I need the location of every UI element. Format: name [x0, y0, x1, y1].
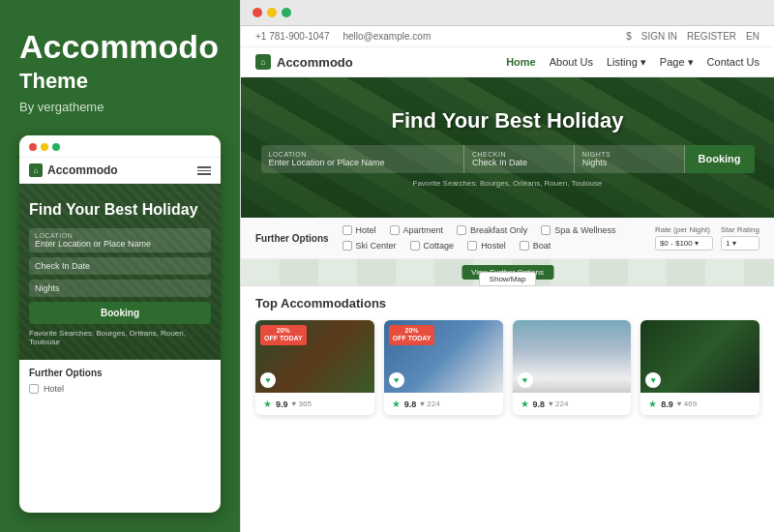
mobile-checkin-input[interactable]: Check In Date [35, 261, 205, 271]
cottage-label: Cottage [424, 241, 455, 251]
mobile-search-location[interactable]: LOCATION Enter Location or Place Name [29, 228, 211, 252]
site-navbar: ⌂ Accommodo Home About Us Listing ▾ Page… [241, 47, 774, 77]
acc-card-img-2: 20%OFF TODAY ♥ [384, 320, 503, 393]
site-logo-text: Accommodo [277, 55, 353, 70]
ham-line [197, 166, 211, 168]
topbar-language[interactable]: EN [746, 31, 759, 42]
mobile-hotel-checkbox[interactable] [29, 384, 39, 394]
hero-fav-places: Bourges, Orléans, Rouen, Toulouse [480, 179, 603, 188]
hero-location-value[interactable]: Enter Location or Place Name [269, 158, 457, 167]
hero-booking-btn[interactable]: Booking [685, 145, 755, 173]
acc-rating-1: ★ 9.9 ♥ 365 [263, 399, 367, 409]
mobile-nights-input[interactable]: Nights [35, 283, 205, 293]
dot-yellow [41, 143, 48, 151]
acc-card-body-4: ★ 8.9 ♥ 469 [640, 393, 759, 415]
apartment-checkbox[interactable] [390, 225, 400, 235]
hostel-checkbox[interactable] [467, 241, 477, 251]
mobile-booking-btn[interactable]: Booking [29, 302, 211, 324]
acc-card-img-4: ♥ [640, 320, 759, 393]
further-options-title: Further Options [255, 233, 329, 244]
acc-reviews-4: ♥ 469 [677, 399, 697, 408]
acc-badge-1: 20%OFF TODAY [260, 325, 307, 345]
nav-page[interactable]: Page ▾ [660, 56, 694, 69]
mobile-hamburger-icon[interactable] [197, 166, 211, 175]
mobile-nav-bar: ⌂ Accommodo [19, 158, 221, 184]
ski-checkbox[interactable] [342, 241, 352, 251]
acc-card-body-3: ★ 9.8 ♥ 224 [513, 393, 632, 415]
acc-heart-3[interactable]: ♥ [518, 372, 533, 388]
nav-home[interactable]: Home [506, 56, 536, 68]
mobile-hero: Find Your Best Holiday LOCATION Enter Lo… [19, 184, 221, 360]
checkbox-spa: Spa & Wellness [541, 225, 615, 235]
hero-location-field[interactable]: LOCATION Enter Location or Place Name [261, 145, 465, 173]
acc-star-3: ★ [521, 399, 529, 409]
star-item: Star Rating 1 ▾ [721, 225, 759, 251]
topbar-register[interactable]: REGISTER [687, 31, 736, 42]
cottage-checkbox[interactable] [410, 241, 420, 251]
hero-nights-field[interactable]: NIGHTS Nights [575, 145, 685, 173]
acc-heart-1[interactable]: ♥ [260, 372, 276, 388]
acc-card-img-3: ♥ [513, 320, 632, 393]
nav-contact[interactable]: Contact Us [707, 56, 759, 68]
acc-card-img-1: 20%OFF TODAY ♥ [255, 320, 374, 393]
topbar-left: +1 781-900-1047 hello@example.com [255, 31, 431, 42]
rate-select[interactable]: $0 - $100 ▾ [655, 236, 713, 251]
mobile-hotel-label: Hotel [44, 384, 64, 394]
topbar-right: $ SIGN IN REGISTER EN [626, 31, 759, 42]
mobile-preview: ⌂ Accommodo Find Your Best Holiday LOCAT… [19, 135, 221, 513]
mobile-options-title: Further Options [29, 368, 211, 378]
mobile-hero-title: Find Your Best Holiday [29, 201, 211, 219]
hero-search-bar: LOCATION Enter Location or Place Name CH… [261, 145, 755, 173]
left-subtitle: Theme [19, 69, 221, 94]
acc-card-body-2: ★ 9.8 ♥ 224 [384, 393, 503, 415]
acc-card-3: ♥ ★ 9.8 ♥ 224 [513, 320, 632, 415]
breakfast-label: Breakfast Only [470, 225, 527, 235]
mobile-checkin[interactable]: Check In Date [29, 257, 211, 275]
mobile-favorite-label: Favorite Searches: [29, 329, 94, 338]
mobile-nights[interactable]: Nights [29, 280, 211, 297]
hero-checkin-value[interactable]: Check In Date [472, 158, 566, 167]
accommodations-title: Top Accommodations [255, 296, 759, 310]
checkbox-breakfast: Breakfast Only [457, 225, 527, 235]
rate-value: $0 - $100 [660, 239, 693, 248]
browser-dot-red [253, 8, 262, 17]
topbar-signin[interactable]: SIGN IN [641, 31, 677, 42]
acc-heart-2[interactable]: ♥ [389, 372, 404, 388]
checkbox-cottage: Cottage [410, 241, 455, 251]
checkbox-boat: Boat [520, 241, 551, 251]
topbar-currency[interactable]: $ [626, 31, 632, 42]
ham-line [197, 173, 211, 175]
acc-star-1: ★ [263, 399, 272, 409]
acc-star-4: ★ [648, 399, 657, 409]
acc-heart-4[interactable]: ♥ [645, 372, 661, 388]
hero-checkin-field[interactable]: CHECKIN Check In Date [464, 145, 575, 173]
breakfast-checkbox[interactable] [457, 225, 466, 235]
hero-content: Find Your Best Holiday LOCATION Enter Lo… [241, 77, 774, 218]
nav-about[interactable]: About Us [550, 56, 593, 68]
acc-rating-4: ★ 8.9 ♥ 469 [648, 399, 752, 409]
mobile-logo-icon: ⌂ [29, 163, 43, 177]
hotel-checkbox[interactable] [342, 225, 352, 235]
boat-checkbox[interactable] [520, 241, 529, 251]
star-select[interactable]: 1 ▾ [721, 236, 759, 251]
mobile-location-input[interactable]: Enter Location or Place Name [35, 239, 205, 249]
ski-label: Ski Center [356, 241, 397, 251]
show-map-btn[interactable]: Show/Map [479, 272, 537, 286]
checkbox-ski: Ski Center [342, 241, 397, 251]
boat-label: Boat [533, 241, 551, 251]
mobile-favorite: Favorite Searches: Bourges, Orléans, Rou… [29, 329, 211, 346]
mobile-checkbox-hotel: Hotel [29, 384, 211, 394]
site-topbar: +1 781-900-1047 hello@example.com $ SIGN… [241, 26, 774, 47]
ham-line [197, 170, 211, 172]
left-panel: Accommodo Theme By vergatheme ⌂ Accommod… [0, 0, 240, 532]
acc-rating-2: ★ 9.8 ♥ 224 [392, 399, 495, 409]
hero-nights-value[interactable]: Nights [582, 158, 676, 167]
dot-red [29, 143, 37, 151]
spa-checkbox[interactable] [541, 225, 551, 235]
acc-score-4: 8.9 [661, 399, 673, 409]
mobile-logo: ⌂ Accommodo [29, 163, 118, 177]
checkbox-hostel: Hostel [467, 241, 506, 251]
topbar-email: hello@example.com [342, 31, 431, 42]
topbar-phone: +1 781-900-1047 [255, 31, 329, 42]
nav-listing[interactable]: Listing ▾ [607, 56, 646, 69]
